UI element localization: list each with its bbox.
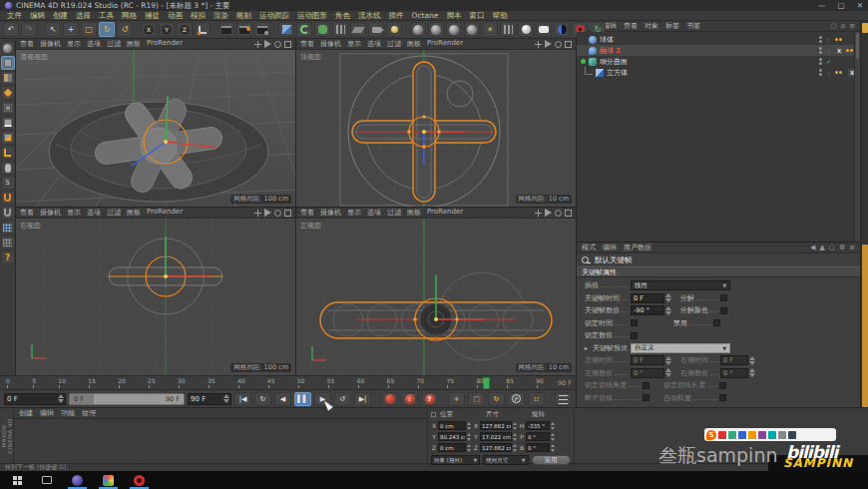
position-z-field[interactable]: 0 cm [438, 443, 466, 452]
go-to-start-button[interactable]: |◀ [234, 392, 251, 406]
menu-item[interactable]: 捕捉 [145, 11, 160, 21]
material-preset-4[interactable] [464, 22, 480, 37]
help-button[interactable]: ? [1, 250, 15, 264]
right-canvas[interactable]: 右视图 网格间距: 100 cm [16, 219, 295, 375]
viewport-menu-item[interactable]: 显示 [347, 208, 361, 218]
stepper-icon[interactable] [467, 433, 472, 441]
workplane-mode-button[interactable] [1, 86, 15, 100]
break-tangent-checkbox[interactable] [643, 394, 650, 401]
viewport-menu-item[interactable]: 面板 [127, 208, 141, 218]
apply-button[interactable]: 应用 [532, 455, 571, 465]
taskbar-app-cinema4d[interactable] [63, 471, 92, 489]
sun-shading-button[interactable]: ☀ [482, 22, 498, 37]
play-backward-button[interactable]: ◀ [274, 392, 291, 406]
menu-item[interactable]: 工具 [99, 11, 114, 21]
auto-weight-checkbox[interactable] [719, 394, 726, 401]
expand-arrow-icon[interactable]: ▸ [585, 344, 593, 351]
viewport-menu-item[interactable]: 过滤 [107, 39, 121, 49]
viewport-menu-item[interactable]: 查看 [300, 39, 314, 49]
front-canvas[interactable]: 正视图 网格间距: 10 cm [296, 219, 576, 375]
pan-view-icon[interactable] [254, 210, 261, 217]
size-x-field[interactable]: 127.662 cm [480, 421, 512, 430]
break-checkbox[interactable] [720, 294, 727, 301]
section-keyframe-properties[interactable]: 关键帧属性 [577, 266, 860, 277]
om-menu-item[interactable]: 查看 [624, 21, 638, 31]
next-key-button[interactable]: ↺ [334, 392, 351, 406]
left-value-field[interactable]: 0 ° [631, 368, 664, 378]
timeline-playhead[interactable] [483, 377, 490, 389]
render-view-button[interactable] [218, 22, 234, 37]
viewport-menu-item[interactable]: 显示 [67, 39, 81, 49]
stepper-icon[interactable] [664, 356, 670, 365]
key-time-field[interactable]: 0 F [631, 293, 664, 303]
viewport-menu-item[interactable]: 显示 [347, 39, 361, 49]
material-preset-2[interactable] [428, 22, 444, 37]
display-mode-button[interactable] [500, 22, 516, 37]
viewport-solo-button[interactable] [1, 161, 15, 175]
stepper-icon[interactable] [748, 356, 754, 365]
home-icon[interactable]: ⌂ [841, 22, 845, 30]
menu-item[interactable]: 窗口 [469, 11, 484, 21]
viewport-menu-item[interactable]: ProRender [427, 208, 463, 218]
stepper-icon[interactable] [551, 433, 556, 441]
om-menu-item[interactable]: 书签 [686, 21, 700, 31]
visibility-dots[interactable] [819, 36, 822, 43]
menu-item[interactable]: 选择 [76, 11, 91, 21]
position-x-field[interactable]: 0 cm [438, 421, 466, 430]
maximize-view-icon[interactable] [565, 41, 572, 48]
record-parameter-toggle[interactable]: P [508, 392, 525, 406]
material-list-empty[interactable] [14, 419, 427, 463]
record-rotation-toggle[interactable]: ↻ [488, 392, 505, 406]
snap-settings-button[interactable] [1, 206, 15, 220]
pause-button[interactable]: ▌▌ [294, 392, 311, 406]
model-mode-button[interactable] [1, 56, 15, 70]
stepper-icon[interactable] [513, 444, 518, 452]
lock-icon[interactable]: ▲ [819, 244, 824, 251]
stepper-icon[interactable] [513, 433, 518, 441]
break-color-checkbox[interactable] [720, 307, 727, 314]
size-y-field[interactable]: 17.022 cm [480, 432, 512, 441]
viewport-menu-item[interactable]: 显示 [67, 208, 81, 218]
visibility-dots[interactable] [819, 47, 822, 54]
enable-state[interactable]: ✓ [825, 58, 832, 65]
maximize-view-icon[interactable] [565, 210, 572, 217]
add-floor-button[interactable] [350, 22, 366, 37]
material-preset-1[interactable] [410, 22, 426, 37]
phong-tag-icon[interactable] [835, 38, 845, 41]
workplane-grid-button[interactable] [1, 221, 15, 235]
rotation-b-field[interactable]: 0 ° [526, 443, 550, 452]
add-spline-button[interactable] [296, 22, 312, 37]
last-tool-button[interactable]: ↺ [117, 22, 133, 37]
menu-item[interactable]: 插件 [389, 11, 404, 21]
edges-mode-button[interactable] [1, 116, 15, 130]
add-light-button[interactable] [386, 22, 402, 37]
background-button[interactable] [536, 22, 552, 37]
key-value-field[interactable]: -90 ° [631, 305, 664, 315]
material-menu-item[interactable]: 纹理 [82, 408, 96, 418]
render-settings-button[interactable] [254, 22, 270, 37]
pan-view-icon[interactable] [535, 41, 542, 48]
position-y-field[interactable]: 80.243 cm [438, 432, 466, 441]
search-icon[interactable]: ○ [829, 244, 835, 251]
panel-menu-icon[interactable] [431, 412, 436, 417]
lock-z-axis-button[interactable]: Z [177, 22, 193, 37]
viewport-menu-item[interactable]: 查看 [20, 39, 34, 49]
enable-state[interactable]: : [825, 69, 832, 76]
record-scale-toggle[interactable]: □ [468, 392, 485, 406]
maximize-view-icon[interactable] [284, 210, 291, 217]
white-sphere-button[interactable] [518, 22, 534, 37]
orbit-view-icon[interactable] [555, 210, 562, 217]
rotation-h-field[interactable]: -335 ° [526, 421, 550, 430]
perspective-canvas[interactable]: 透视视图 网格间距: 100 cm [16, 50, 295, 207]
record-pla-toggle[interactable]: :: [528, 392, 545, 406]
material-menu-item[interactable]: 创建 [19, 408, 33, 418]
menu-item[interactable]: 编辑 [30, 11, 45, 21]
mute-checkbox[interactable] [713, 319, 720, 326]
viewport-menu-item[interactable]: 面板 [407, 39, 421, 49]
gear-icon[interactable]: ⚙ [839, 244, 845, 251]
add-subdivision-surface-button[interactable] [314, 22, 330, 37]
menu-item[interactable]: 文件 [7, 11, 22, 21]
stepper-icon[interactable] [222, 394, 228, 403]
stepper-icon[interactable] [513, 422, 518, 430]
top-canvas[interactable]: 顶视图 网格间距: 10 cm [296, 50, 576, 207]
